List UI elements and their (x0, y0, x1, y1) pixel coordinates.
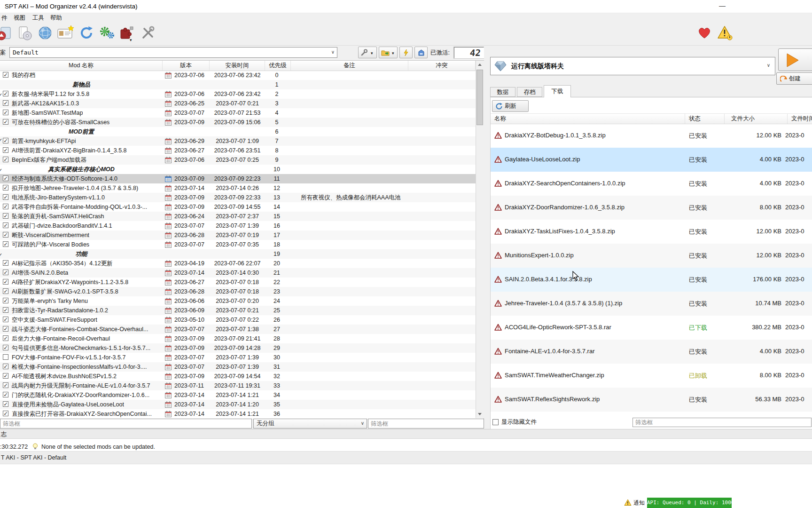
mod-checkbox-checked[interactable]: ✓ (3, 260, 8, 266)
download-row[interactable]: DrakiaXYZ-SearchOpenContainers-1.0.0.zip… (491, 172, 812, 196)
notification-warning-icon[interactable] (624, 499, 632, 508)
column-install-time[interactable]: 安装时间 (210, 61, 265, 71)
mod-row[interactable]: ✓门的状态随机化-DrakiaXYZ-DoorRandomizer-1.0.6.… (0, 390, 476, 400)
mod-checkbox-checked[interactable]: ✓ (3, 411, 8, 416)
download-row[interactable]: ACOG4Life-OpticRework-SPT-3.5.8.rar已下载38… (491, 316, 812, 340)
mod-checkbox-checked[interactable]: ✓ (3, 392, 8, 397)
mod-checkbox-checked[interactable]: ✓ (3, 175, 8, 181)
mod-row[interactable]: ✓直接搜索已打开容器-DrakiaXYZ-SearchOpenContai...… (0, 409, 476, 419)
mod-checkbox-checked[interactable]: ✓ (3, 72, 8, 78)
mod-row[interactable]: ✓电池系统-Jiro-BatterySystem-v1.1.02023-07-0… (0, 193, 476, 202)
problems-warning-icon[interactable] (717, 25, 733, 41)
separator-row[interactable]: 真实系硬核生存核心MOD10 (0, 165, 476, 174)
mod-checkbox-checked[interactable]: ✓ (3, 307, 8, 313)
mod-checkbox-checked[interactable]: ✓ (3, 222, 8, 228)
download-row[interactable]: MunitionsExpert-1.0.0.zip已安装12.00 KB2023… (491, 244, 812, 268)
mod-row[interactable]: ✓新衣服-纳米装甲1.12 for 3.5.82023-07-062023-07… (0, 89, 476, 99)
menu-help[interactable]: 帮助 (49, 14, 63, 23)
mod-list-scrollbar[interactable] (476, 61, 484, 418)
scroll-up-button[interactable] (476, 61, 484, 69)
mod-row[interactable]: ✓AI刷新数量扩展-SWAG-v2.0.1-SPT-3.5.82023-06-2… (0, 287, 476, 296)
mod-checkbox-checked[interactable]: ✓ (3, 110, 8, 115)
refresh-icon[interactable] (79, 25, 95, 41)
mod-row[interactable]: ✓后坐力大修-Fontaine-Recoil-Overhaul2023-07-0… (0, 334, 476, 343)
mod-row[interactable]: ✓武器破门-dvize.BackdoorBanditV.1.4.12023-07… (0, 221, 476, 230)
mod-row[interactable]: ✓经济与制造系统大修-ODT-Softcore-1.4.02023-07-092… (0, 174, 476, 183)
mod-row[interactable]: ✓万能菜单-ervph's Tarky Menu2023-06-062023-0… (0, 296, 476, 306)
separator-row[interactable]: 功能19 (0, 249, 476, 259)
mod-row[interactable]: ✓扫敌雷达-Tyr-RadarStandalone-1.0.22023-06-0… (0, 306, 476, 315)
download-row[interactable]: DrakiaXYZ-DoorRandomizer-1.0.6_3.5.8.zip… (491, 196, 812, 220)
mod-row[interactable]: ✓坠落的直升机-SamSWAT.HeliCrash2023-06-242023-… (0, 212, 476, 221)
executable-selector[interactable]: 运行离线版塔科夫 ∨ (490, 57, 775, 75)
mod-checkbox-checked[interactable]: ✓ (3, 194, 8, 200)
download-row[interactable]: SAIN.2.0.Beta.3.4.1.for.3.5.8.zip已安装176.… (491, 268, 812, 292)
panel-splitter[interactable] (484, 46, 490, 429)
column-priority[interactable]: 优先级 (265, 61, 291, 71)
mod-row[interactable]: ✓AI路径扩展DrakiaXYZ-Waypoints-1.1.2-3.5.820… (0, 278, 476, 287)
tools-plugin-icon[interactable]: ▾ (119, 25, 135, 41)
mod-row[interactable]: ✓拟开放地图-Jehree-Traveler-1.0.4 (3.5.7 & 3.… (0, 183, 476, 193)
mod-row[interactable]: ✓AI增强-SAIN.2.0.Beta2023-07-142023-07-14 … (0, 268, 476, 278)
mod-filter-input[interactable] (0, 419, 252, 429)
download-row[interactable]: Fontaine-ALE-v1.0.4-for-3.5.7.rar已安装4.00… (491, 340, 812, 364)
mod-row[interactable]: ✓断肢-VisceralDismemberment2023-06-282023-… (0, 230, 476, 240)
refresh-button[interactable]: 刷新 (492, 100, 529, 112)
downloads-filter-input[interactable] (632, 418, 812, 427)
mod-checkbox-checked[interactable]: ✓ (3, 401, 8, 407)
mod-filter-input-2[interactable] (368, 419, 484, 429)
endorse-heart-icon[interactable] (697, 26, 713, 42)
mod-checkbox-checked[interactable]: ✓ (3, 204, 8, 209)
profile-selector[interactable]: Default ∨ (9, 47, 337, 58)
group-by-selector[interactable]: 无分组 ∨ (253, 419, 367, 429)
mod-row[interactable]: ✓可放在特殊槽位的小容器-SmallCases2023-07-092023-07… (0, 118, 476, 127)
mod-checkbox-checked[interactable]: ✓ (3, 232, 8, 238)
globe-icon[interactable] (38, 25, 54, 41)
configure-tools-icon[interactable] (140, 25, 156, 41)
mod-row[interactable]: ✓检视大修-Fontaine-InspectionlessMalfs-v1.0-… (0, 362, 476, 372)
download-row[interactable]: SamSWAT.TimeWeatherChanger.zip已卸载8.00 KB… (491, 364, 812, 388)
separator-row[interactable]: 新物品1 (0, 80, 476, 89)
data-drive-button[interactable] (414, 47, 428, 58)
column-status[interactable]: 状态 (685, 114, 701, 124)
mod-checkbox-checked[interactable]: ✓ (3, 279, 8, 285)
mod-checkbox-checked[interactable]: ✓ (3, 185, 8, 190)
mod-checkbox-checked[interactable]: ✓ (3, 119, 8, 125)
mod-row[interactable]: ✓AI增强前置-DrakiaXYZ-BigBrain-0.1.4_3.5.820… (0, 146, 476, 155)
mod-row[interactable]: ✓战局内耐力升级无限制-Fontaine-ALE-v1.0.4-for-3.5.… (0, 381, 476, 390)
mod-checkbox-checked[interactable]: ✓ (3, 364, 8, 369)
column-notes[interactable]: 备注 (291, 61, 408, 71)
mod-row[interactable]: ✓我的存档2023-07-062023-07-06 23:420 (0, 71, 476, 80)
mod-checkbox-checked[interactable]: ✓ (3, 317, 8, 322)
column-mod-name[interactable]: Mod 名称 (0, 61, 163, 71)
mod-checkbox-checked[interactable]: ✓ (3, 335, 8, 341)
separator-row[interactable]: MOD前置6 (0, 127, 476, 136)
mod-checkbox-checked[interactable]: ✓ (3, 345, 8, 350)
mod-checkbox-checked[interactable]: ✓ (3, 147, 8, 153)
download-row[interactable]: SamSWAT.ReflexSightsRework.zip已安装56.33 M… (491, 388, 812, 412)
mod-row[interactable]: ✓AI不能透视树木dvize.BushNoESPv1.5.22023-07-09… (0, 372, 476, 381)
tab-downloads[interactable]: 下载 (544, 85, 571, 97)
mod-checkbox-checked[interactable]: ✓ (3, 382, 8, 388)
mod-checkbox-unchecked[interactable] (3, 354, 8, 360)
mod-row[interactable]: ✓新武器-AK12&AK15-1.0.32023-06-252023-07-07… (0, 99, 476, 108)
download-row[interactable]: Gaylatea-UseLooseLoot.zip已安装4.00 KB2023-… (491, 148, 812, 172)
column-version[interactable]: 版本 (163, 61, 210, 71)
mod-checkbox-checked[interactable]: ✓ (3, 373, 8, 379)
run-button[interactable] (778, 48, 812, 71)
notification-label[interactable]: 通知 (633, 499, 645, 507)
download-row[interactable]: Jehree-Traveler-1.0.4 (3.5.7 & 3.5.8) (1… (491, 292, 812, 316)
column-file-size[interactable]: 文件大小 (724, 114, 755, 124)
column-file-name[interactable]: 名称 (494, 114, 506, 124)
show-hidden-checkbox[interactable] (492, 419, 499, 425)
tools-dropdown-button[interactable]: ▾ (358, 47, 377, 58)
mod-row[interactable]: FOV大修-Fontaine-FOV-Fix-v1.5.1-for-3.5.72… (0, 353, 476, 362)
create-shortcut-button[interactable]: 创建 (776, 72, 812, 85)
tab-saves[interactable]: 存档 (517, 87, 542, 97)
mod-row[interactable]: ✓武器零件自由拆装-Fontaine-Modding-QOL-v1.0.3-..… (0, 202, 476, 212)
mod-checkbox-checked[interactable]: ✓ (3, 213, 8, 219)
mod-checkbox-checked[interactable]: ✓ (3, 100, 8, 106)
menu-view[interactable]: 视图 (12, 14, 27, 23)
mod-row[interactable]: ✓BepInEx版客户端mod加载器2023-07-062023-07-07 0… (0, 155, 476, 165)
column-conflicts[interactable]: 冲突 (408, 61, 476, 71)
